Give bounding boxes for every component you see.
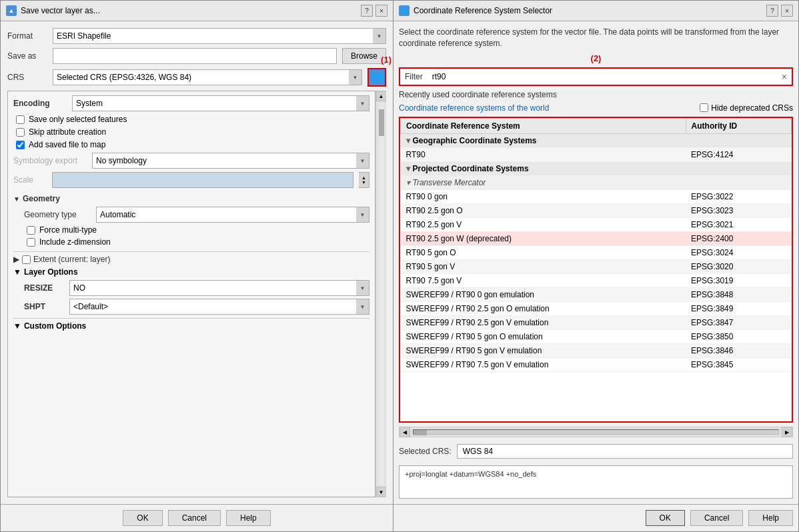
crs-arrow-icon: ▼ — [349, 69, 362, 85]
geometry-section-content: Geometry type Automatic ▼ Force multi-ty… — [13, 207, 369, 247]
save-as-input[interactable] — [53, 48, 337, 64]
right-cancel-button[interactable]: Cancel — [690, 510, 743, 526]
scale-spinner[interactable]: ▲ ▼ — [359, 172, 369, 188]
right-close-btn[interactable]: × — [781, 5, 793, 17]
layer-options-label: Layer Options — [24, 267, 78, 277]
left-footer: OK Cancel Help — [1, 504, 393, 531]
geometry-type-select[interactable]: Automatic — [96, 207, 369, 223]
force-multi-checkbox[interactable] — [27, 226, 35, 235]
scroll-down-btn[interactable]: ▼ — [376, 487, 387, 497]
right-body: Select the coordinate reference system f… — [393, 21, 798, 504]
format-select[interactable]: ESRI Shapefile — [53, 28, 386, 44]
scale-input[interactable]: 1:50000 — [52, 172, 353, 188]
include-z-row: Include z-dimension — [24, 237, 369, 247]
filter-input[interactable] — [430, 71, 775, 83]
extent-label: Extent (current: layer) — [33, 255, 110, 264]
table-row[interactable]: SWEREF99 / RT90 2.5 gon V emulationEPSG:… — [401, 315, 792, 329]
geometry-section-header: ▼ Geometry — [13, 194, 369, 203]
table-row[interactable]: RT90 5 gon VEPSG:3020 — [401, 259, 792, 273]
skip-attr-label: Skip attribute creation — [29, 127, 106, 137]
symbology-arrow-icon: ▼ — [356, 153, 369, 169]
selected-crs-row: Selected CRS: WGS 84 — [399, 441, 793, 461]
selected-crs-value: WGS 84 — [457, 444, 793, 459]
scale-label: Scale — [13, 175, 47, 185]
table-row[interactable]: ▾Transverse Mercator — [401, 175, 792, 189]
geometry-section-label: Geometry — [23, 194, 60, 203]
right-titlebar: 🌐 Coordinate Reference System Selector ?… — [393, 1, 798, 21]
hide-deprecated-row: Hide deprecated CRSs — [700, 103, 793, 113]
add-saved-checkbox[interactable] — [16, 141, 25, 149]
scroll-right-btn[interactable]: ▶ — [782, 427, 792, 437]
help-button[interactable]: Help — [226, 510, 271, 526]
crs-icon: 🌐 — [399, 5, 410, 16]
table-row[interactable]: RT90 2.5 gon W (deprecated)EPSG:2400 — [401, 231, 792, 245]
custom-options-header: ▼ Custom Options — [13, 318, 369, 331]
shpt-select[interactable]: <Default> — [69, 299, 369, 315]
scroll-thumb — [379, 109, 384, 136]
hide-deprecated-checkbox[interactable] — [700, 103, 708, 112]
table-row[interactable]: ▾Geographic Coordinate Systems — [401, 133, 792, 147]
filter-row: Filter × — [399, 67, 793, 86]
right-title: Coordinate Reference System Selector — [414, 6, 552, 15]
h-scroll-track — [413, 429, 779, 435]
table-row[interactable]: ▾Projected Coordinate Systems — [401, 161, 792, 175]
table-row[interactable]: SWEREF99 / RT90 5 gon O emulationEPSG:38… — [401, 329, 792, 343]
encoding-select[interactable]: System — [72, 95, 369, 111]
table-row[interactable]: SWEREF99 / RT90 0 gon emulationEPSG:3848 — [401, 287, 792, 301]
table-row[interactable]: SWEREF99 / RT90 5 gon V emulationEPSG:38… — [401, 343, 792, 357]
geometry-type-combo: Automatic ▼ — [96, 207, 369, 223]
table-row[interactable]: RT90 5 gon OEPSG:3024 — [401, 245, 792, 259]
right-help-btn[interactable]: ? — [766, 5, 778, 17]
geometry-type-arrow: ▼ — [356, 207, 369, 223]
symbology-label: Symbology export — [13, 156, 87, 165]
skip-attr-checkbox[interactable] — [16, 128, 25, 137]
symbology-select[interactable]: No symbology — [92, 153, 369, 169]
filter-clear-button[interactable]: × — [779, 71, 790, 82]
table-row[interactable]: RT90 2.5 gon VEPSG:3021 — [401, 217, 792, 231]
right-panel: 🌐 Coordinate Reference System Selector ?… — [393, 0, 799, 532]
layer-options-header: ▼ Layer Options — [13, 267, 369, 277]
resize-select[interactable]: NO — [69, 280, 369, 296]
custom-options-label: Custom Options — [24, 321, 86, 331]
table-row[interactable]: RT90EPSG:4124 — [401, 147, 792, 161]
geometry-type-row: Geometry type Automatic ▼ — [24, 207, 369, 223]
proj-string: +proj=longlat +datum=WGS84 +no_defs — [399, 465, 793, 499]
table-row[interactable]: SWEREF99 / RT90 7.5 gon V emulationEPSG:… — [401, 357, 792, 371]
table-row[interactable]: SWEREF99 / RT90 2.5 gon O emulationEPSG:… — [401, 301, 792, 315]
include-z-checkbox[interactable] — [27, 238, 35, 247]
left-close-btn[interactable]: × — [375, 5, 387, 17]
left-title: Save vector layer as... — [21, 6, 100, 15]
resize-row: RESIZE NO ▼ — [24, 280, 369, 296]
ok-button[interactable]: OK — [123, 510, 162, 526]
crs-globe-button[interactable]: 🌐 — [367, 68, 386, 87]
left-scrollbar[interactable]: ▲ ▼ — [375, 91, 386, 497]
cancel-button[interactable]: Cancel — [168, 510, 221, 526]
browse-button[interactable]: Browse — [342, 48, 386, 64]
shpt-combo: <Default> ▼ — [69, 299, 369, 315]
scale-row: Scale 1:50000 ▲ ▼ — [13, 172, 369, 188]
world-link[interactable]: Coordinate reference systems of the worl… — [399, 103, 549, 113]
hide-deprecated-label: Hide deprecated CRSs — [711, 103, 793, 113]
symbology-combo-wrapper: No symbology ▼ — [92, 153, 369, 169]
save-as-row: Save as Browse — [7, 48, 386, 64]
annotation-1: (1) — [381, 55, 391, 65]
horizontal-scrollbar[interactable]: ◀ ▶ — [399, 427, 793, 437]
force-multi-label: Force multi-type — [39, 225, 97, 235]
geometry-expand-icon: ▼ — [13, 195, 20, 203]
scroll-left-btn[interactable]: ◀ — [400, 427, 410, 437]
left-help-btn[interactable]: ? — [361, 5, 373, 17]
force-multi-row: Force multi-type — [24, 225, 369, 235]
right-ok-button[interactable]: OK — [646, 510, 685, 526]
extent-checkbox[interactable] — [22, 255, 31, 264]
save-as-label: Save as — [7, 51, 47, 61]
crs-select[interactable]: Selected CRS (EPSG:4326, WGS 84) — [53, 69, 362, 85]
right-help-button[interactable]: Help — [748, 510, 793, 526]
add-saved-label: Add saved file to map — [29, 140, 105, 149]
extent-header: ▶ Extent (current: layer) — [13, 251, 369, 264]
table-row[interactable]: RT90 2.5 gon OEPSG:3023 — [401, 203, 792, 217]
save-selected-checkbox[interactable] — [16, 115, 25, 124]
table-row[interactable]: RT90 7.5 gon VEPSG:3019 — [401, 273, 792, 287]
table-row[interactable]: RT90 0 gonEPSG:3022 — [401, 189, 792, 203]
crs-row: CRS Selected CRS (EPSG:4326, WGS 84) ▼ 🌐… — [7, 68, 386, 87]
scroll-up-btn[interactable]: ▲ — [376, 91, 387, 101]
